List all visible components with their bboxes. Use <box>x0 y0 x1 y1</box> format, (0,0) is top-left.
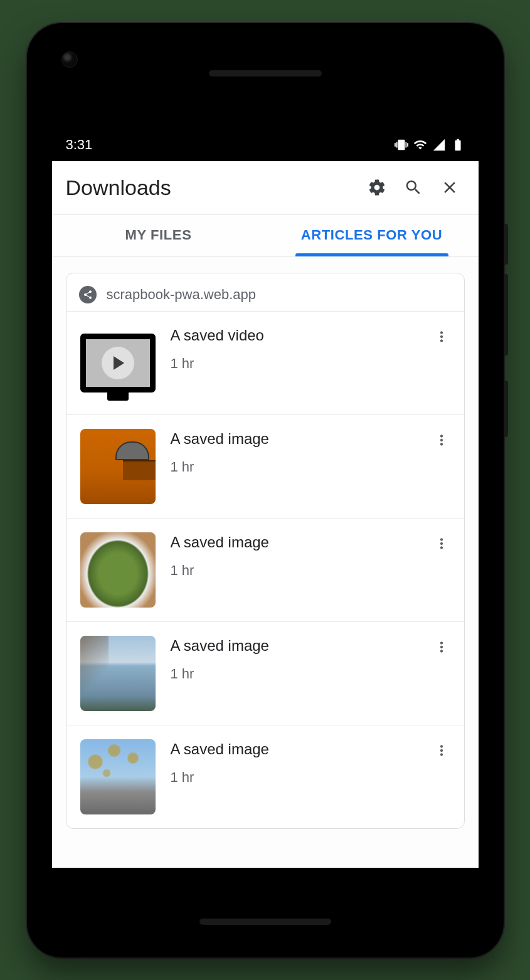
status-icons <box>395 138 465 152</box>
image-thumbnail <box>80 532 156 608</box>
more-vert-icon <box>433 329 450 345</box>
more-vert-icon <box>433 742 450 759</box>
page-title: Downloads <box>66 176 356 200</box>
more-vert-icon <box>433 639 450 655</box>
speaker-top <box>209 70 322 76</box>
list-item[interactable]: A saved image 1 hr <box>66 725 464 828</box>
item-time: 1 hr <box>171 666 415 682</box>
phone-frame: 3:31 Downloads <box>27 23 504 957</box>
card-header: scrapbook-pwa.web.app <box>66 273 464 311</box>
item-title: A saved image <box>171 637 415 655</box>
item-title: A saved video <box>171 327 415 344</box>
list-item[interactable]: A saved video 1 hr <box>66 311 464 414</box>
search-icon <box>404 178 423 197</box>
item-menu-button[interactable] <box>430 429 453 451</box>
item-menu-button[interactable] <box>430 325 453 348</box>
item-time: 1 hr <box>171 769 415 786</box>
image-thumbnail <box>80 739 156 814</box>
content-area: scrapbook-pwa.web.app A saved video 1 hr <box>52 256 479 868</box>
app-bar: Downloads <box>52 161 479 215</box>
gear-icon <box>368 178 386 197</box>
list-item[interactable]: A saved image 1 hr <box>66 621 464 725</box>
item-time: 1 hr <box>171 356 415 372</box>
close-button[interactable] <box>435 172 465 203</box>
settings-button[interactable] <box>362 172 392 203</box>
item-menu-button[interactable] <box>430 532 453 555</box>
tab-articles-for-you[interactable]: ARTICLES FOR YOU <box>265 215 479 256</box>
item-title: A saved image <box>171 534 415 551</box>
screen: 3:31 Downloads <box>52 129 479 868</box>
camera-dot <box>61 51 78 68</box>
item-title: A saved image <box>171 740 415 758</box>
origin-card: scrapbook-pwa.web.app A saved video 1 hr <box>66 273 465 829</box>
tab-bar: MY FILES ARTICLES FOR YOU <box>52 215 479 256</box>
close-icon <box>440 178 459 197</box>
speaker-bottom <box>199 919 331 925</box>
vibrate-icon <box>395 138 408 152</box>
signal-icon <box>432 138 446 152</box>
side-button <box>504 274 508 356</box>
item-menu-button[interactable] <box>430 636 453 658</box>
image-thumbnail <box>80 429 156 504</box>
item-menu-button[interactable] <box>430 739 453 762</box>
image-thumbnail <box>80 636 156 711</box>
status-bar: 3:31 <box>52 129 479 161</box>
side-button <box>504 224 508 265</box>
item-title: A saved image <box>171 430 415 448</box>
more-vert-icon <box>433 432 450 448</box>
list-item[interactable]: A saved image 1 hr <box>66 414 464 518</box>
tab-my-files[interactable]: MY FILES <box>52 215 265 256</box>
share-icon <box>79 286 97 303</box>
side-button <box>504 381 508 437</box>
status-time: 3:31 <box>66 137 93 153</box>
list-item[interactable]: A saved image 1 hr <box>66 518 464 621</box>
video-thumbnail <box>80 325 156 401</box>
item-time: 1 hr <box>171 459 415 475</box>
battery-icon <box>451 138 465 152</box>
wifi-icon <box>413 138 427 152</box>
origin-label: scrapbook-pwa.web.app <box>107 287 256 303</box>
search-button[interactable] <box>398 172 428 203</box>
item-time: 1 hr <box>171 562 415 579</box>
more-vert-icon <box>433 535 450 552</box>
